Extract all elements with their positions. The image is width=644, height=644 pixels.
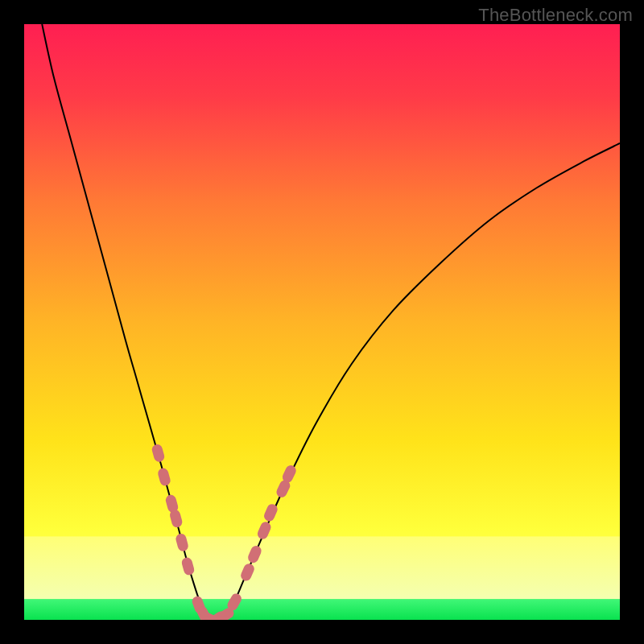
plot-area xyxy=(24,24,620,620)
chart-frame: TheBottleneck.com xyxy=(0,0,644,644)
pale-band xyxy=(24,536,620,599)
green-band xyxy=(24,599,620,620)
chart-svg xyxy=(24,24,620,620)
watermark-text: TheBottleneck.com xyxy=(478,5,633,26)
background-gradient xyxy=(24,24,620,620)
